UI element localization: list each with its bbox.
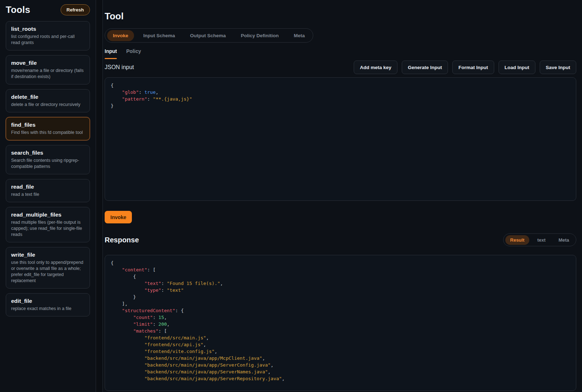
tool-card-find-files[interactable]: find_files Find files with this fd compa… bbox=[6, 117, 90, 140]
response-output: { "content": [ { "text": "Found 15 file(… bbox=[105, 255, 576, 391]
save-input-button[interactable]: Save Input bbox=[540, 61, 576, 74]
tool-description: list configured roots and per-call read … bbox=[11, 34, 85, 46]
tool-description: use this tool only to append/prepend or … bbox=[11, 260, 85, 284]
tool-detail-panel: Tool InvokeInput SchemaOutput SchemaPoli… bbox=[103, 0, 582, 392]
tool-name: list_roots bbox=[11, 26, 85, 32]
tool-description: Find files with this fd compatible tool bbox=[11, 130, 85, 136]
code-line: "glob": true, bbox=[111, 89, 570, 96]
code-line: "content": [ bbox=[111, 266, 570, 273]
tool-card-read-multiple-files[interactable]: read_multiple_files read multiple files … bbox=[6, 207, 90, 242]
code-line: "backend/src/main/java/app/ServerNames.j… bbox=[111, 368, 570, 375]
tab-input-schema[interactable]: Input Schema bbox=[138, 30, 181, 41]
tool-description: delete a file or directory recursively bbox=[11, 102, 85, 108]
tool-name: read_file bbox=[11, 184, 85, 190]
tool-card-write-file[interactable]: write_file use this tool only to append/… bbox=[6, 247, 90, 289]
json-input-row: JSON input Add meta keyGenerate InputFor… bbox=[105, 61, 576, 74]
load-input-button[interactable]: Load Input bbox=[498, 61, 535, 74]
tab-policy-definition[interactable]: Policy Definition bbox=[235, 30, 285, 41]
sidebar-header: Tools Refresh bbox=[6, 4, 90, 15]
tool-name: move_file bbox=[11, 60, 85, 66]
json-input-label: JSON input bbox=[105, 64, 134, 71]
tool-card-search-files[interactable]: search_files Search file contents using … bbox=[6, 145, 90, 174]
response-header-row: Response ResulttextMeta bbox=[105, 233, 576, 246]
input-actions: Add meta keyGenerate InputFormat InputLo… bbox=[354, 61, 576, 74]
refresh-button[interactable]: Refresh bbox=[61, 4, 90, 15]
code-line: "frontend/src/main.js", bbox=[111, 334, 570, 341]
add-meta-key-button[interactable]: Add meta key bbox=[354, 61, 397, 74]
tool-description: read multiple files (per-file output is … bbox=[11, 219, 85, 238]
generate-input-button[interactable]: Generate Input bbox=[402, 61, 448, 74]
code-line: "backend/src/main/java/app/ServerConfig.… bbox=[111, 362, 570, 368]
tool-list: list_roots list configured roots and per… bbox=[6, 21, 90, 316]
tools-sidebar: Tools Refresh list_roots list configured… bbox=[0, 0, 96, 392]
code-line: "backend/src/main/java/app/McpClient.jav… bbox=[111, 355, 570, 362]
subtab-policy[interactable]: Policy bbox=[126, 48, 141, 59]
tool-card-list-roots[interactable]: list_roots list configured roots and per… bbox=[6, 21, 90, 50]
code-line: "frontend/vite.config.js", bbox=[111, 348, 570, 355]
tool-description: move/rename a file or directory (fails i… bbox=[11, 68, 85, 80]
response-heading: Response bbox=[105, 236, 139, 244]
response-view-result[interactable]: Result bbox=[505, 235, 530, 245]
tool-card-edit-file[interactable]: edit_file replace exact matches in a fil… bbox=[6, 293, 90, 316]
tab-meta[interactable]: Meta bbox=[288, 30, 311, 41]
app-window: Tools Refresh list_roots list configured… bbox=[0, 0, 582, 392]
invoke-subtabs: InputPolicy bbox=[105, 48, 576, 59]
tool-card-move-file[interactable]: move_file move/rename a file or director… bbox=[6, 55, 90, 84]
code-line: { bbox=[111, 82, 570, 89]
code-line: { bbox=[111, 273, 570, 280]
tab-invoke[interactable]: Invoke bbox=[107, 30, 134, 41]
code-line: { bbox=[111, 260, 570, 266]
tool-name: write_file bbox=[11, 252, 85, 258]
response-view-text[interactable]: text bbox=[532, 235, 550, 245]
tool-name: search_files bbox=[11, 150, 85, 156]
tool-name: read_multiple_files bbox=[11, 212, 85, 218]
format-input-button[interactable]: Format Input bbox=[452, 61, 494, 74]
json-input-editor[interactable]: { "glob": true, "pattern": "**.{java,js}… bbox=[105, 77, 576, 201]
page-title: Tool bbox=[105, 11, 576, 22]
response-view-tabs: ResulttextMeta bbox=[503, 233, 576, 246]
sidebar-title: Tools bbox=[6, 4, 30, 15]
code-line: "type": "text" bbox=[111, 287, 570, 294]
code-line: } bbox=[111, 294, 570, 300]
tool-description: Search file contents using ripgrep-compa… bbox=[11, 158, 85, 170]
code-line: "structuredContent": { bbox=[111, 307, 570, 314]
subtab-input[interactable]: Input bbox=[105, 48, 117, 59]
tool-name: edit_file bbox=[11, 298, 85, 304]
response-view-meta[interactable]: Meta bbox=[553, 235, 574, 245]
tool-card-read-file[interactable]: read_file read a text file bbox=[6, 179, 90, 202]
tool-card-delete-file[interactable]: delete_file delete a file or directory r… bbox=[6, 89, 90, 112]
code-line: ], bbox=[111, 300, 570, 307]
code-line: "matches": [ bbox=[111, 328, 570, 334]
code-line: "text": "Found 15 file(s).", bbox=[111, 280, 570, 287]
code-line: "backend/src/main/java/app/ServerReposit… bbox=[111, 375, 570, 382]
tool-description: replace exact matches in a file bbox=[11, 306, 85, 312]
tool-tabs: InvokeInput SchemaOutput SchemaPolicy De… bbox=[105, 28, 313, 43]
code-line: "frontend/src/api.js", bbox=[111, 341, 570, 348]
tool-name: delete_file bbox=[11, 94, 85, 100]
tool-name: find_files bbox=[11, 122, 85, 128]
code-line: "count": 15, bbox=[111, 314, 570, 321]
code-line: } bbox=[111, 102, 570, 109]
tool-description: read a text file bbox=[11, 192, 85, 198]
code-line: "limit": 200, bbox=[111, 321, 570, 328]
invoke-button[interactable]: Invoke bbox=[105, 211, 132, 223]
code-line: "pattern": "**.{java,js}" bbox=[111, 96, 570, 102]
tab-output-schema[interactable]: Output Schema bbox=[184, 30, 232, 41]
pane-divider bbox=[96, 0, 103, 392]
